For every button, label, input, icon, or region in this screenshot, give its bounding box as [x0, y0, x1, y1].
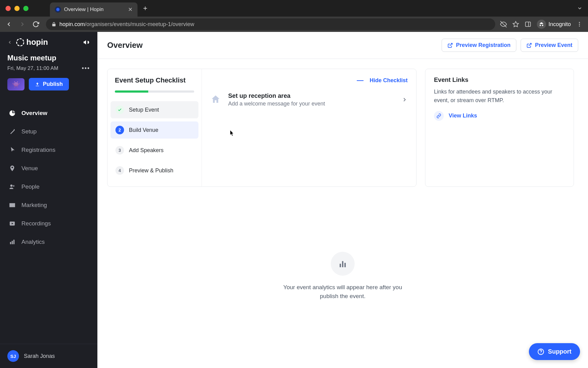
bars-icon	[9, 238, 16, 246]
svg-point-0	[56, 8, 59, 11]
sidebar: hopin Music meetup Fri, May 27, 11:00 AM…	[0, 32, 97, 368]
sidebar-item-registrations[interactable]: Registrations	[0, 141, 97, 159]
incognito-icon	[537, 20, 546, 29]
sidebar-item-overview[interactable]: Overview	[0, 104, 97, 122]
user-footer[interactable]: SJ Sarah Jonas	[0, 344, 97, 368]
checklist-step-setup-event[interactable]: Setup Event	[111, 101, 198, 118]
url-host: hopin.com	[59, 21, 85, 28]
pie-icon	[9, 109, 16, 117]
header-actions: Preview Registration Preview Event	[442, 39, 578, 52]
pin-icon	[9, 165, 16, 172]
links-card-title: Event Links	[434, 76, 565, 83]
checklist-step-label: Build Venue	[129, 127, 158, 133]
chevron-right-icon	[401, 97, 408, 103]
checklist-title: Event Setup Checklist	[115, 76, 194, 84]
check-icon	[115, 105, 124, 114]
address-bar[interactable]: hopin.com/organisers/events/music-meetup…	[46, 18, 495, 30]
sidebar-item-analytics[interactable]: Analytics	[0, 233, 97, 251]
back-button[interactable]	[6, 21, 14, 28]
tab-close-icon[interactable]: ✕	[128, 6, 133, 13]
svg-marker-2	[513, 21, 518, 27]
side-panel-icon[interactable]	[525, 21, 531, 28]
sidebar-item-marketing[interactable]: Marketing	[0, 196, 97, 214]
event-menu-icon[interactable]: •••	[82, 65, 90, 72]
sidebar-item-label: Overview	[21, 110, 47, 117]
svg-point-22	[541, 353, 541, 354]
task-description: Add a welcome message for your event	[228, 101, 395, 107]
checklist-step-label: Setup Event	[129, 107, 159, 113]
incognito-badge[interactable]: Incognito	[537, 20, 571, 29]
checklist-step-add-speakers[interactable]: 3 Add Speakers	[111, 142, 198, 159]
hide-checklist-button[interactable]: — Hide Checklist	[357, 76, 408, 84]
home-icon	[210, 94, 221, 105]
tabs-overflow-icon[interactable]	[577, 6, 582, 11]
sidebar-item-setup[interactable]: Setup	[0, 122, 97, 141]
svg-rect-3	[526, 22, 531, 27]
announcements-icon[interactable]	[83, 39, 90, 46]
new-tab-button[interactable]: +	[143, 4, 147, 13]
step-number-badge: 2	[115, 126, 124, 134]
svg-point-7	[579, 25, 580, 26]
minimize-window-button[interactable]	[14, 6, 20, 11]
view-links-button[interactable]: View Links	[434, 111, 477, 121]
checklist-progress-fill	[115, 90, 148, 93]
sidebar-item-label: Venue	[21, 165, 38, 172]
event-avatar[interactable]: 👾	[7, 78, 24, 90]
chart-icon	[331, 252, 355, 276]
upload-icon	[35, 82, 40, 87]
step-number-badge: 4	[115, 166, 124, 175]
title-bar: Overview | Hopin ✕ +	[0, 0, 588, 17]
close-window-button[interactable]	[6, 6, 11, 11]
user-initials: SJ	[10, 354, 16, 359]
sidebar-item-label: Analytics	[21, 239, 45, 245]
hide-checklist-label: Hide Checklist	[370, 77, 408, 84]
external-link-icon	[526, 43, 532, 48]
svg-point-6	[579, 24, 580, 25]
back-chevron-icon[interactable]	[7, 40, 12, 45]
brand-logo[interactable]: hopin	[16, 37, 48, 47]
svg-rect-20	[345, 263, 346, 267]
preview-registration-label: Preview Registration	[456, 42, 511, 48]
sidebar-item-people[interactable]: People	[0, 178, 97, 196]
checklist-task-reception[interactable]: Set up reception area Add a welcome mess…	[210, 88, 408, 111]
browser-chrome: Overview | Hopin ✕ + hopin.com/organiser…	[0, 0, 588, 32]
link-icon	[434, 111, 444, 121]
event-summary: Music meetup Fri, May 27, 11:00 AM ••• 👾…	[0, 50, 97, 97]
svg-point-5	[579, 22, 580, 23]
kebab-menu-icon[interactable]	[576, 21, 582, 27]
browser-tab[interactable]: Overview | Hopin ✕	[50, 2, 138, 17]
task-title: Set up reception area	[228, 92, 395, 99]
svg-rect-18	[340, 264, 341, 267]
app-root: hopin Music meetup Fri, May 27, 11:00 AM…	[0, 32, 588, 368]
preview-event-button[interactable]: Preview Event	[521, 39, 578, 52]
checklist-step-label: Add Speakers	[129, 147, 164, 154]
tracking-off-icon[interactable]	[500, 21, 507, 28]
sidebar-item-recordings[interactable]: Recordings	[0, 214, 97, 233]
svg-line-17	[529, 43, 531, 46]
bookmark-star-icon[interactable]	[512, 21, 519, 28]
links-card-description: Links for attendees and speakers to acce…	[434, 88, 565, 105]
reload-button[interactable]	[32, 21, 41, 28]
ticket-icon	[9, 146, 16, 154]
checklist-detail: — Hide Checklist Set up reception area A…	[202, 69, 416, 186]
checklist-step-preview-publish[interactable]: 4 Preview & Publish	[111, 162, 198, 179]
user-name: Sarah Jonas	[24, 353, 55, 359]
checklist-step-label: Preview & Publish	[129, 167, 173, 174]
mail-icon	[9, 201, 16, 209]
analytics-empty-text: Your event analytics will appear here af…	[275, 283, 410, 301]
support-button[interactable]: Support	[529, 343, 580, 360]
svg-rect-15	[13, 240, 15, 244]
forward-button[interactable]	[19, 21, 28, 28]
checklist-progress-bar	[115, 90, 194, 93]
checklist-step-build-venue[interactable]: 2 Build Venue	[111, 121, 198, 139]
publish-button[interactable]: Publish	[29, 78, 69, 90]
page-title: Overview	[107, 40, 143, 50]
maximize-window-button[interactable]	[23, 6, 28, 11]
lock-icon	[51, 22, 56, 27]
sidebar-header: hopin	[0, 32, 97, 50]
preview-registration-button[interactable]: Preview Registration	[442, 39, 516, 52]
svg-line-16	[450, 43, 452, 46]
sidebar-item-venue[interactable]: Venue	[0, 159, 97, 178]
svg-point-8	[17, 39, 24, 46]
tab-favicon-icon	[55, 6, 61, 13]
